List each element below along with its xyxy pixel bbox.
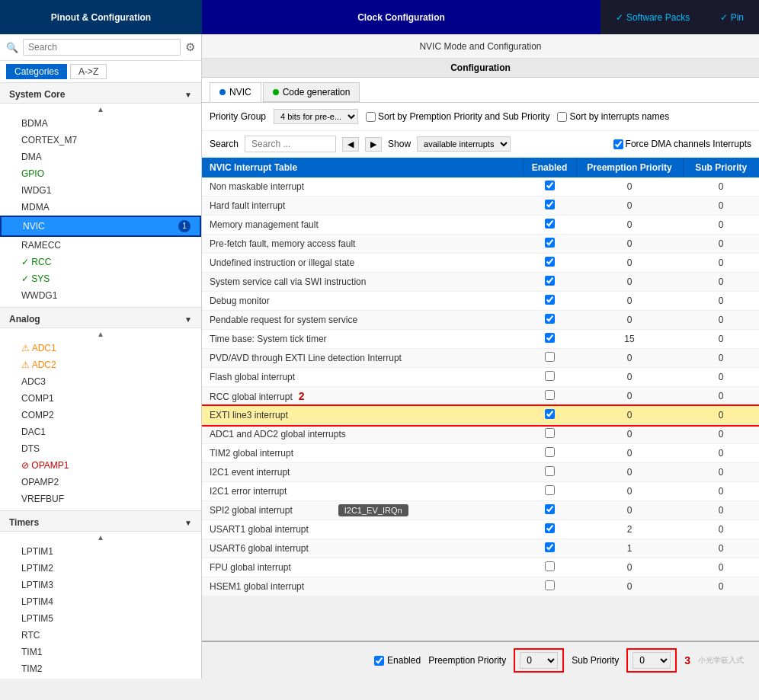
force-dma-checkbox[interactable] [613,139,623,149]
tab-categories[interactable]: Categories [6,64,67,79]
sidebar-item-tim3[interactable]: TIM2 ▼ [0,677,201,679]
sidebar-item-lptim2[interactable]: LPTIM2 [0,560,201,577]
interrupt-enabled[interactable] [523,387,576,406]
sort-preemption-checkbox[interactable] [366,112,376,122]
enabled-checkbox[interactable] [545,295,555,305]
bottom-sub-select[interactable]: 0 [632,652,671,669]
enabled-checkbox[interactable] [545,257,555,267]
force-dma-label[interactable]: Force DMA channels Interrupts [613,139,751,149]
enabled-checkbox[interactable] [545,181,555,190]
interrupt-enabled[interactable] [523,292,576,311]
tab-pin[interactable]: ✓ Pin [705,0,759,34]
interrupt-enabled[interactable] [523,558,576,577]
interrupt-enabled[interactable] [523,539,576,558]
interrupt-enabled[interactable] [523,254,576,273]
enabled-checkbox[interactable] [545,314,555,324]
interrupt-enabled[interactable] [523,235,576,254]
enabled-checkbox[interactable] [545,352,555,362]
interrupt-enabled[interactable] [523,520,576,539]
interrupt-enabled[interactable] [523,330,576,349]
sort-preemption-checkbox-label[interactable]: Sort by Premption Priority and Sub Prior… [366,111,549,122]
interrupt-enabled[interactable] [523,311,576,330]
bottom-enabled-label[interactable]: Enabled [374,655,421,666]
sidebar-item-adc2[interactable]: ⚠ ADC2 [0,356,201,373]
sidebar-item-tim2[interactable]: TIM2 [0,660,201,677]
enabled-checkbox[interactable] [545,390,555,400]
interrupt-enabled[interactable] [523,444,576,463]
sidebar-item-rtc[interactable]: RTC [0,627,201,644]
bottom-enabled-checkbox[interactable] [374,656,384,666]
sidebar-item-opamp2[interactable]: OPAMP2 [0,474,201,491]
sidebar-item-iwdg1[interactable]: IWDG1 [0,182,201,199]
interrupt-enabled[interactable] [523,216,576,235]
enabled-checkbox[interactable] [545,485,555,495]
interrupt-enabled[interactable] [523,177,576,197]
interrupt-search-input[interactable] [245,136,336,152]
enabled-checkbox[interactable] [545,238,555,248]
sidebar-item-gpio[interactable]: GPIO [0,165,201,182]
scroll-up-arrow[interactable]: ▲ [97,105,104,113]
tab-az[interactable]: A->Z [70,64,107,79]
tab-clock[interactable]: Clock Configuration [202,0,600,34]
interrupt-enabled[interactable] [523,577,576,596]
sort-interrupts-checkbox[interactable] [557,112,567,122]
interrupt-enabled[interactable] [523,406,576,425]
sidebar-item-ramecc[interactable]: RAMECC [0,237,201,254]
interrupt-enabled[interactable] [523,273,576,292]
sidebar-item-dma[interactable]: DMA [0,149,201,165]
show-select[interactable]: available interrupts [417,136,511,152]
tab-nvic[interactable]: NVIC [210,82,261,102]
sidebar-item-dts[interactable]: DTS [0,440,201,457]
sidebar-item-comp2[interactable]: COMP2 [0,407,201,424]
enabled-checkbox[interactable] [545,580,555,590]
enabled-checkbox[interactable] [545,219,555,229]
enabled-checkbox[interactable] [545,276,555,286]
bottom-preemption-select[interactable]: 0 [520,652,558,669]
sidebar-item-mdma[interactable]: MDMA [0,199,201,216]
priority-group-select[interactable]: 4 bits for pre-e... [274,109,358,124]
interrupt-enabled[interactable] [523,463,576,482]
enabled-checkbox[interactable] [545,371,555,381]
interrupt-enabled[interactable] [523,501,576,520]
tab-pinout[interactable]: Pinout & Configuration [0,0,202,34]
sidebar-item-lptim4[interactable]: LPTIM4 [0,593,201,610]
sidebar-item-rcc[interactable]: ✓ RCC [0,254,201,270]
sidebar-item-lptim5[interactable]: LPTIM5 [0,610,201,627]
interrupt-enabled[interactable] [523,197,576,216]
interrupt-enabled[interactable] [523,482,576,501]
sidebar-item-cortex-m7[interactable]: CORTEX_M7 [0,132,201,149]
sidebar-item-sys[interactable]: ✓ SYS [0,270,201,287]
enabled-checkbox[interactable] [545,542,555,552]
enabled-checkbox[interactable] [545,466,555,476]
gear-icon[interactable]: ⚙ [185,40,195,54]
scroll-up-arrow-timers[interactable]: ▲ [97,533,104,542]
enabled-checkbox[interactable] [545,333,555,343]
sidebar-item-tim1[interactable]: TIM1 [0,644,201,660]
enabled-checkbox[interactable] [545,504,555,514]
sidebar-item-nvic[interactable]: NVIC 1 [0,216,201,237]
sort-interrupts-checkbox-label[interactable]: Sort by interrupts names [557,111,669,122]
tab-code-generation[interactable]: Code generation [263,82,360,102]
sidebar-item-dac1[interactable]: DAC1 [0,424,201,440]
sidebar-item-adc1[interactable]: ⚠ ADC1 [0,340,201,356]
enabled-checkbox[interactable] [545,561,555,571]
interrupt-enabled[interactable] [523,349,576,368]
search-next-btn[interactable]: ▶ [365,137,382,152]
sidebar-search-input[interactable] [23,39,181,56]
enabled-checkbox[interactable] [545,428,555,438]
search-prev-btn[interactable]: ◀ [342,137,359,152]
section-header-analog[interactable]: Analog ▼ [0,307,201,328]
section-header-timers[interactable]: Timers ▼ [0,510,201,532]
enabled-checkbox[interactable] [545,409,555,419]
sidebar-item-adc3[interactable]: ADC3 [0,373,201,390]
interrupt-enabled[interactable] [523,368,576,387]
enabled-checkbox[interactable] [545,200,555,209]
enabled-checkbox[interactable] [545,447,555,457]
interrupt-enabled[interactable] [523,425,576,444]
tab-software[interactable]: ✓ Software Packs [600,0,705,34]
scroll-up-arrow-analog[interactable]: ▲ [97,330,104,338]
sidebar-item-wwdg1[interactable]: WWDG1 [0,287,201,304]
sidebar-item-lptim1[interactable]: LPTIM1 [0,543,201,560]
enabled-checkbox[interactable] [545,523,555,533]
section-header-system-core[interactable]: System Core ▼ [0,83,201,104]
